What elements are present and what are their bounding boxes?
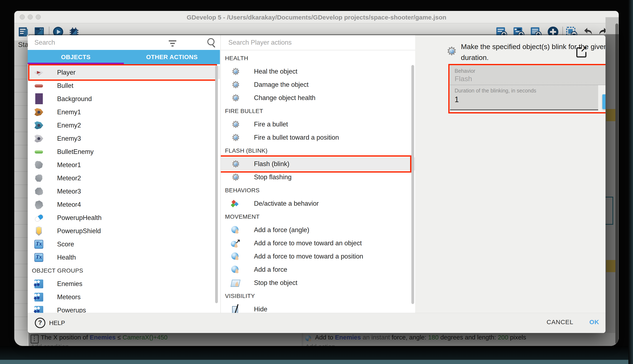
item-label: PowerupHealth [57,214,102,222]
action-item-hide[interactable]: Hide [221,302,415,314]
section-header: VISIBILITY [221,289,415,302]
background-square-icon [34,94,44,104]
action-item-add-a-force-angle-[interactable]: Add a force (angle) [221,223,415,236]
action-search-input[interactable]: Search Player actions [221,35,415,50]
actions-list-scrollbar[interactable] [411,65,414,304]
item-label: Stop flashing [254,174,291,181]
item-label: Bullet [57,82,74,90]
action-item-add-a-force[interactable]: Add a force [221,263,415,276]
enemy3-ship-icon [34,134,44,144]
item-label: Meteor3 [57,188,81,195]
filter-icon[interactable] [169,40,176,42]
desktop-wallpaper-edge [628,0,633,364]
object-item-enemy1[interactable]: Enemy1 [28,106,220,119]
object-item-score[interactable]: Score [28,238,220,251]
active-tab-underline [28,63,124,64]
object-item-powerupshield[interactable]: PowerupShield [28,224,220,238]
item-label: Enemy3 [57,135,81,142]
action-item-de-activate-a-behavior[interactable]: De/activate a behavior [221,197,415,210]
item-label: Score [57,240,74,248]
action-search-placeholder: Search Player actions [228,39,292,46]
desktop-wallpaper-strip [0,360,633,364]
action-gear-icon [446,45,458,57]
duration-field-label: Duration of the blinking, in seconds [455,88,536,94]
action-item-stop-the-object[interactable]: Stop the object [221,276,415,289]
force-toward-icon: ↗ [231,238,240,248]
objects-list-scrollbar[interactable] [215,66,218,303]
actions-list: HEALTHHeal the objectDamage the objectCh… [221,50,415,314]
action-item-flash-blink-[interactable]: Flash (blink) [221,157,415,170]
object-item-enemy3[interactable]: Enemy3 [28,132,220,145]
item-label: Meteors [57,293,81,301]
bullet-enemy-icon [34,147,44,157]
gear-icon [231,67,240,76]
tab-objects[interactable]: OBJECTS [28,50,124,64]
object-item-bullet[interactable]: Bullet [28,79,220,92]
cancel-button[interactable]: CANCEL [546,318,573,326]
enemy1-ship-icon [34,107,44,117]
text-object-icon [34,240,44,249]
gear-icon [231,133,240,142]
item-label: Enemies [57,280,83,288]
force-icon [231,252,240,261]
object-search-input[interactable]: Search [28,35,220,50]
open-in-new-icon[interactable] [576,48,586,58]
behavior-icon [231,199,240,208]
object-item-background[interactable]: Background [28,92,220,106]
events-tab-fragment: Sta [18,41,29,49]
item-label: Hide [254,306,267,313]
action-item-stop-flashing[interactable]: Stop flashing [221,170,415,184]
object-item-bulletenemy[interactable]: BulletEnemy [28,145,220,158]
action-item-add-a-force-to-move-toward-an-object[interactable]: ↗Add a force to move toward an object [221,236,415,250]
object-item-meteor1[interactable]: Meteor1 [28,158,220,172]
ok-button[interactable]: OK [589,318,599,326]
object-search-placeholder: Search [35,39,55,46]
meteor2-icon [34,174,44,183]
object-item-meteor3[interactable]: Meteor3 [28,185,220,198]
object-item-enemy2[interactable]: Enemy2 [28,119,220,132]
gear-icon [231,80,240,90]
action-item-damage-the-object[interactable]: Damage the object [221,78,415,91]
duration-input[interactable]: Duration of the blinking, in seconds 1 [450,85,598,110]
item-label: Heal the object [254,68,297,75]
object-item-poweruphealth[interactable]: PowerupHealth [28,211,220,224]
window-title: GDevelop 5 - /Users/dkarakay/Documents/G… [14,14,619,21]
item-label: Flash (blink) [254,160,289,168]
action-item-add-a-force-to-move-toward-a-position[interactable]: Add a force to move toward a position [221,250,415,263]
project-manager-icon[interactable] [17,26,29,38]
object-item-player[interactable]: Player [28,66,220,79]
item-label: Add a force (angle) [254,226,309,234]
item-label: Meteor4 [57,201,81,208]
search-icon [207,38,214,45]
object-item-meteors[interactable]: Meteors [28,290,220,304]
dialog-footer: HELP CANCEL OK [28,313,605,333]
item-label: De/activate a behavior [254,200,319,207]
desktop-shadow [0,346,633,360]
action-item-change-object-health[interactable]: Change object health [221,91,415,104]
object-item-health[interactable]: Health [28,251,220,264]
section-header: MOVEMENT [221,210,415,223]
tab-other-actions[interactable]: OTHER ACTIONS [124,50,220,64]
section-header: OBJECT GROUPS [28,264,220,277]
action-item-fire-a-bullet[interactable]: Fire a bullet [221,118,415,131]
section-header: BEHAVIORS [221,184,415,197]
object-item-enemies[interactable]: Enemies [28,277,220,290]
object-item-meteor4[interactable]: Meteor4 [28,198,220,211]
item-label: Add a force to move toward an object [254,240,362,247]
title-bar[interactable]: GDevelop 5 - /Users/dkarakay/Documents/G… [14,11,619,23]
text-object-icon [34,253,44,262]
behavior-field-label: Behavior [455,68,475,74]
behavior-field: Behavior Flash [450,66,605,85]
object-item-meteor2[interactable]: Meteor2 [28,172,220,185]
item-label: Stop the object [254,279,297,287]
help-icon [35,318,45,328]
bullet-icon [34,81,44,90]
help-button[interactable]: HELP [35,318,65,328]
action-item-heal-the-object[interactable]: Heal the object [221,65,415,78]
item-label: Meteor2 [57,174,81,182]
action-item-fire-a-bullet-toward-a-position[interactable]: Fire a bullet toward a position [221,131,415,144]
item-label: Add a force to move toward a position [254,253,363,260]
expression-editor-button[interactable]: Σ 123 [602,94,605,109]
item-label: PowerupShield [57,227,101,235]
hide-icon [231,304,240,314]
